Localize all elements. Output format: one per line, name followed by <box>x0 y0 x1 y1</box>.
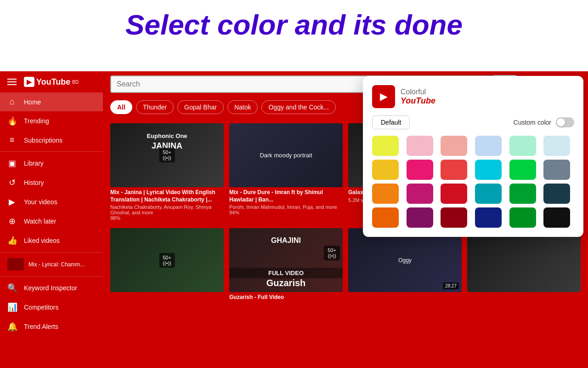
sidebar-label-liked-videos: Liked videos <box>24 237 60 244</box>
toggle-knob <box>557 118 565 126</box>
sidebar-label-home: Home <box>24 98 41 106</box>
video-duration-7: 28:27 <box>443 282 459 289</box>
color-swatch[interactable] <box>441 207 467 228</box>
color-swatch[interactable] <box>475 136 502 156</box>
video-title-1: Mix - Janina | Lyrical Video With Englis… <box>110 189 224 203</box>
chip-all[interactable]: All <box>110 100 132 114</box>
video-mix-badge-6: 50+((•)) <box>324 246 340 260</box>
sidebar-item-trend-alerts[interactable]: 🔔 Trend Alerts <box>0 317 103 336</box>
color-swatch[interactable] <box>372 184 399 204</box>
color-swatch[interactable] <box>407 136 433 156</box>
sidebar-item-watch-later[interactable]: ⊕ Watch later <box>0 212 103 231</box>
sidebar-label-keyword-inspector: Keyword Inspector <box>24 284 77 292</box>
mix-thumb <box>7 258 24 270</box>
watch-later-icon: ⊕ <box>7 216 17 226</box>
color-swatch[interactable] <box>509 160 536 180</box>
video-mix-badge-1: 50+((•)) <box>159 148 175 162</box>
trend-alerts-icon: 🔔 <box>7 322 17 332</box>
library-icon: ▣ <box>7 158 17 168</box>
sidebar-divider-3 <box>0 276 103 276</box>
sidebar-item-your-videos[interactable]: ▶ Your videos <box>0 192 103 212</box>
yt-logo-sup: BD <box>72 80 79 85</box>
home-icon: ⌂ <box>7 97 17 107</box>
main-content: 🔍 🎤 🔔 👤 ⋮ All Thunder Gopal Bhar Natok O… <box>103 71 588 368</box>
sidebar-label-subscriptions: Subscriptions <box>24 137 62 144</box>
sidebar-item-history[interactable]: ↺ History <box>0 173 103 192</box>
color-swatch[interactable] <box>407 160 433 180</box>
chip-gopal-bhar[interactable]: Gopal Bhar <box>177 100 224 114</box>
mix-label: Mix - Lyrical: Chamm... <box>28 261 85 268</box>
yt-logo-icon: ▶ <box>24 77 34 87</box>
keyword-inspector-icon: 🔍 <box>7 283 17 293</box>
popup-title-block: Colorful YouTube <box>401 88 435 106</box>
video-card-8[interactable] <box>467 228 581 304</box>
color-swatch[interactable] <box>543 184 570 204</box>
video-info-7 <box>348 292 462 297</box>
competitors-icon: 📊 <box>7 302 17 312</box>
yt-logo-text: YouTube <box>36 77 70 87</box>
your-videos-icon: ▶ <box>7 197 17 207</box>
default-button[interactable]: Default <box>372 115 410 129</box>
video-mix-badge-5: 50+((•)) <box>159 253 175 268</box>
video-thumb-6: GHAJINI FULL VIDEO Guzarish 50+((•)) <box>229 228 343 292</box>
sidebar-item-liked-videos[interactable]: 👍 Liked videos <box>0 231 103 250</box>
video-info-6: Guzarish - Full Video <box>229 292 343 304</box>
color-picker-popup: ▶ Colorful YouTube Default Custom color <box>363 76 583 237</box>
color-swatch[interactable] <box>509 184 536 204</box>
sidebar-label-your-videos: Your videos <box>24 198 57 206</box>
popup-logo: ▶ <box>372 85 395 108</box>
color-swatch[interactable] <box>441 160 467 180</box>
video-card-6[interactable]: GHAJINI FULL VIDEO Guzarish 50+((•)) Guz… <box>229 228 343 304</box>
video-card-2[interactable]: Dark moody portrait Mix - Dure Dure - Im… <box>229 123 343 223</box>
color-swatch[interactable] <box>441 136 467 156</box>
banner: Select color and its done <box>0 0 588 46</box>
color-swatch[interactable] <box>441 184 467 204</box>
hamburger-menu[interactable] <box>7 79 17 85</box>
color-swatch[interactable] <box>407 184 433 204</box>
video-card-5[interactable]: 50+((•)) <box>110 228 224 304</box>
custom-color-toggle[interactable] <box>556 117 574 127</box>
sidebar: ▶ YouTube BD ⌂ Home 🔥 Trending ≡ Subscri… <box>0 71 103 368</box>
trending-icon: 🔥 <box>7 116 17 126</box>
sidebar-divider-1 <box>0 151 103 152</box>
color-swatch[interactable] <box>509 207 536 228</box>
chip-oggy[interactable]: Oggy and the Cock... <box>261 100 336 114</box>
sidebar-label-library: Library <box>24 160 44 167</box>
color-swatch[interactable] <box>543 207 570 228</box>
color-swatch[interactable] <box>372 136 399 156</box>
color-swatch[interactable] <box>475 160 502 180</box>
video-card-1[interactable]: Euphonic One JANINA 50+((•)) Mix - Janin… <box>110 123 224 223</box>
color-swatch[interactable] <box>475 207 502 228</box>
chip-natok[interactable]: Natok <box>227 100 258 114</box>
color-swatch[interactable] <box>372 207 399 228</box>
sidebar-item-trending[interactable]: 🔥 Trending <box>0 111 103 131</box>
custom-color-row: Custom color <box>514 117 574 127</box>
sidebar-item-keyword-inspector[interactable]: 🔍 Keyword Inspector <box>0 278 103 298</box>
color-swatch[interactable] <box>372 160 399 180</box>
video-thumb-5: 50+((•)) <box>110 228 224 292</box>
video-card-7[interactable]: Oggy 28:27 <box>348 228 462 304</box>
video-info-5 <box>110 292 224 297</box>
color-swatch[interactable] <box>543 160 570 180</box>
video-thumb-7: Oggy 28:27 <box>348 228 462 292</box>
popup-subtitle: YouTube <box>401 96 435 106</box>
sidebar-label-trending: Trending <box>24 117 49 125</box>
color-swatch[interactable] <box>543 136 570 156</box>
sidebar-divider-2 <box>0 252 103 253</box>
color-swatch[interactable] <box>509 136 536 156</box>
video-thumb-1: Euphonic One JANINA 50+((•)) <box>110 123 224 187</box>
sidebar-item-subscriptions[interactable]: ≡ Subscriptions <box>0 131 103 150</box>
youtube-logo: ▶ YouTube BD <box>24 77 79 87</box>
sidebar-label-trend-alerts: Trend Alerts <box>24 323 58 330</box>
video-info-1: Mix - Janina | Lyrical Video With Englis… <box>110 187 224 223</box>
chip-thunder[interactable]: Thunder <box>136 100 174 114</box>
video-title-2: Mix - Dure Dure - Imran ft by Shimul Haw… <box>229 189 343 203</box>
history-icon: ↺ <box>7 178 17 188</box>
video-meta-2: Porshi, Imran Mahmudul, Imran, Puja, and… <box>229 204 343 210</box>
color-swatch[interactable] <box>407 207 433 228</box>
sidebar-item-home[interactable]: ⌂ Home <box>0 92 103 111</box>
sidebar-item-competitors[interactable]: 📊 Competitors <box>0 298 103 317</box>
mix-item[interactable]: Mix - Lyrical: Chamm... <box>0 254 103 274</box>
color-swatch[interactable] <box>475 184 502 204</box>
sidebar-item-library[interactable]: ▣ Library <box>0 154 103 173</box>
